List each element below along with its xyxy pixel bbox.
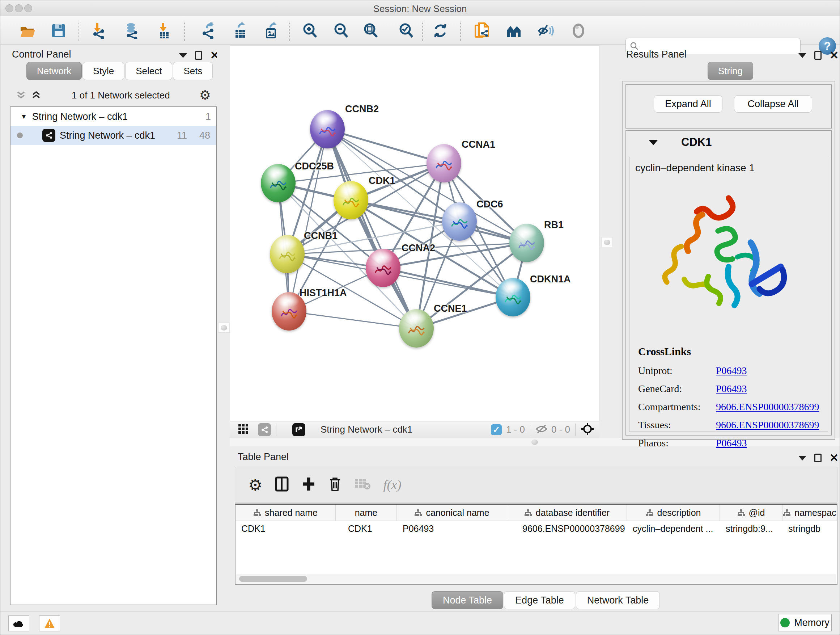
column-header[interactable]: namespac	[783, 505, 837, 521]
cell-description: cyclin–dependent ...	[627, 521, 720, 537]
selected-checkbox-icon[interactable]: ✓	[491, 424, 502, 435]
node-label-ccna2: CCNA2	[401, 242, 435, 254]
save-session-icon[interactable]	[50, 22, 67, 39]
gear-icon[interactable]: ⚙	[199, 88, 211, 103]
first-neighbors-icon[interactable]	[505, 22, 522, 39]
open-session-icon[interactable]	[19, 22, 36, 39]
clone-network-icon[interactable]	[474, 22, 491, 39]
tab-node-table[interactable]: Node Table	[431, 591, 503, 609]
tab-string[interactable]: String	[707, 62, 753, 80]
crosslink-value[interactable]: P06493	[716, 437, 747, 449]
horizontal-splitter-handle[interactable]	[529, 437, 540, 447]
network-node-ccna1[interactable]	[426, 144, 461, 182]
network-edge[interactable]	[289, 129, 327, 311]
tab-network-table[interactable]: Network Table	[576, 591, 660, 609]
panel-float-icon[interactable]	[814, 454, 821, 462]
crosslink-row: Compartments:9606.ENSP00000378699	[638, 401, 828, 413]
hide-selected-icon[interactable]	[537, 22, 554, 39]
panel-menu-icon[interactable]	[798, 53, 806, 58]
cloud-button[interactable]	[8, 616, 29, 631]
panel-menu-icon[interactable]	[798, 456, 806, 461]
zoom-out-icon[interactable]	[333, 22, 349, 39]
network-edge[interactable]	[327, 129, 444, 163]
network-view-toolbar: String Network – cdk1 ✓ 1 - 0 0 - 0	[230, 421, 600, 438]
export-table-icon[interactable]	[231, 22, 248, 39]
memory-button[interactable]: Memory	[778, 614, 832, 631]
function-builder-button: f(x)	[383, 477, 401, 492]
import-network-database-icon[interactable]	[124, 22, 141, 39]
show-columns-icon[interactable]	[275, 476, 289, 494]
expand-all-icon[interactable]	[30, 89, 42, 101]
network-node-rb1[interactable]	[509, 224, 544, 262]
panel-menu-icon[interactable]	[179, 53, 187, 58]
results-panel-controls: ✕	[798, 51, 838, 60]
toolbar-separator	[460, 21, 461, 41]
show-graphics-details-icon[interactable]	[570, 22, 587, 39]
network-node-cdc6[interactable]	[442, 203, 477, 241]
tab-network[interactable]: Network	[27, 62, 82, 80]
column-header[interactable]: name	[336, 505, 397, 521]
tab-style[interactable]: Style	[82, 62, 125, 80]
crosslink-value[interactable]: 9606.ENSP00000378699	[716, 419, 819, 431]
network-node-ccnb2[interactable]	[310, 110, 345, 149]
crosslinks-title: CrossLinks	[638, 345, 828, 358]
network-node-ccnb1[interactable]	[270, 235, 305, 273]
network-node-cdkn1a[interactable]	[496, 278, 531, 317]
network-status-dot	[17, 133, 23, 138]
apply-layout-icon[interactable]	[432, 22, 448, 39]
export-image-icon[interactable]	[262, 22, 279, 39]
column-header[interactable]: canonical name	[397, 505, 507, 521]
network-edge[interactable]	[383, 268, 513, 297]
zoom-selected-icon[interactable]	[398, 22, 415, 39]
delete-column-icon[interactable]	[328, 476, 342, 494]
collection-expander-icon[interactable]: ▼	[21, 113, 27, 120]
panel-float-icon[interactable]	[814, 51, 821, 60]
panel-close-icon[interactable]: ✕	[829, 454, 838, 462]
crosslink-value[interactable]: P06493	[716, 365, 747, 377]
column-header[interactable]: description	[627, 505, 720, 521]
crosshair-icon[interactable]	[581, 422, 594, 437]
table-row[interactable]: CDK1 CDK1 P06493 9606.ENSP00000378699 cy…	[235, 521, 837, 537]
import-network-file-icon[interactable]	[90, 22, 107, 39]
column-header[interactable]: @id	[720, 505, 783, 521]
network-node-ccna2[interactable]	[366, 249, 401, 287]
column-header[interactable]: database identifier	[507, 505, 627, 521]
tab-sets[interactable]: Sets	[173, 62, 213, 80]
collapse-all-icon[interactable]	[15, 89, 27, 101]
open-in-browser-icon[interactable]	[292, 423, 305, 436]
network-collection-row[interactable]: ▼ String Network – cdk1 1	[11, 107, 216, 126]
zoom-fit-icon[interactable]	[363, 22, 379, 39]
column-header[interactable]: shared name	[235, 505, 336, 521]
horizontal-scrollbar[interactable]	[236, 574, 836, 584]
warnings-button[interactable]	[39, 616, 60, 631]
table-settings-gear-icon[interactable]: ⚙	[248, 476, 262, 494]
string-badge-icon[interactable]	[258, 423, 271, 436]
crosslink-row: GeneCard:P06493	[638, 383, 828, 394]
expand-all-button[interactable]: Expand All	[654, 95, 722, 112]
left-splitter-handle[interactable]	[218, 323, 230, 333]
collapse-all-button[interactable]: Collapse All	[734, 95, 812, 112]
right-splitter-handle[interactable]	[601, 237, 613, 247]
crosslink-value[interactable]: 9606.ENSP00000378699	[716, 401, 819, 413]
birdseye-grid-icon[interactable]	[238, 423, 249, 436]
network-canvas[interactable]: CCNB2CCNA1CDC25BCDK1CDC6RB1CCNB1CCNA2CDK…	[230, 45, 600, 421]
zoom-in-icon[interactable]	[302, 22, 318, 39]
tab-select[interactable]: Select	[125, 62, 172, 80]
string-results-box: Expand All Collapse All CDK1 cyclin–depe…	[622, 81, 835, 440]
network-node-ccne1[interactable]	[399, 309, 434, 348]
add-column-icon[interactable]	[302, 476, 316, 494]
network-edge[interactable]	[289, 311, 416, 328]
control-panel-controls: ✕	[179, 51, 219, 60]
network-row-selected[interactable]: String Network – cdk1 11 48	[11, 126, 216, 145]
gene-expander-icon[interactable]	[649, 140, 658, 145]
import-table-file-icon[interactable]	[155, 22, 172, 39]
panel-float-icon[interactable]	[195, 51, 202, 60]
network-node-cdk1[interactable]	[333, 181, 368, 219]
scrollbar-thumb[interactable]	[239, 576, 307, 582]
panel-close-icon[interactable]: ✕	[829, 51, 838, 60]
network-node-cdc25b[interactable]	[261, 164, 295, 203]
crosslink-value[interactable]: P06493	[716, 383, 747, 394]
protein-motif-icon	[371, 258, 395, 281]
tab-edge-table[interactable]: Edge Table	[504, 591, 575, 609]
export-network-icon[interactable]	[200, 22, 217, 39]
